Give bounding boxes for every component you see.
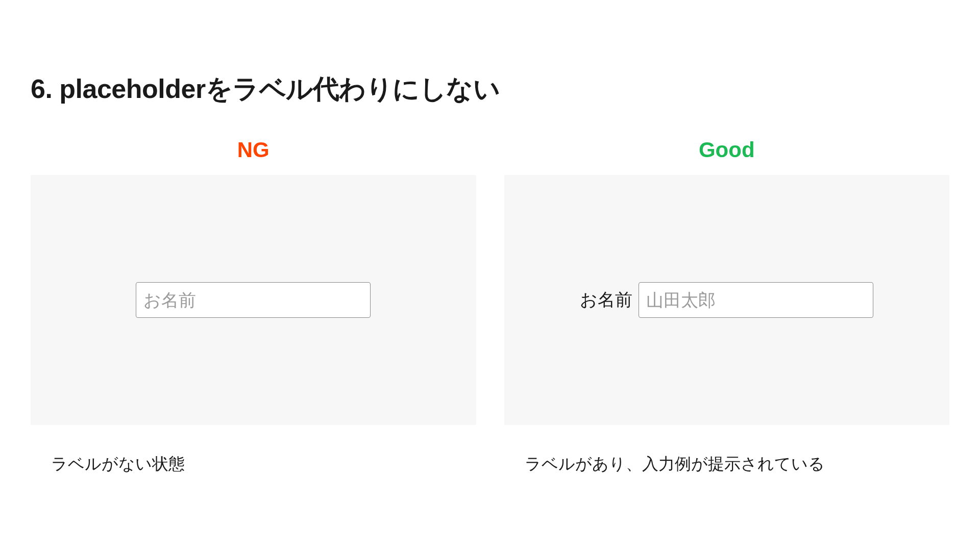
good-field-row: お名前 — [580, 282, 873, 318]
ng-example-box — [31, 175, 476, 425]
ng-field-row — [136, 282, 371, 318]
ng-panel: NG ラベルがない状態 — [31, 138, 476, 475]
comparison-panels: NG ラベルがない状態 Good お名前 ラベルがあり、入力例が提示されている — [31, 138, 949, 475]
good-field-label: お名前 — [580, 288, 632, 312]
page-title: 6. placeholderをラベル代わりにしない — [31, 71, 949, 107]
ng-label: NG — [31, 138, 476, 162]
ng-caption: ラベルがない状態 — [31, 453, 476, 475]
good-panel: Good お名前 ラベルがあり、入力例が提示されている — [504, 138, 950, 475]
good-name-input[interactable] — [639, 282, 873, 318]
good-example-box: お名前 — [504, 175, 950, 425]
good-label: Good — [504, 138, 950, 162]
slide-container: 6. placeholderをラベル代わりにしない NG ラベルがない状態 Go… — [0, 0, 980, 475]
good-caption: ラベルがあり、入力例が提示されている — [504, 453, 950, 475]
ng-name-input[interactable] — [136, 282, 371, 318]
